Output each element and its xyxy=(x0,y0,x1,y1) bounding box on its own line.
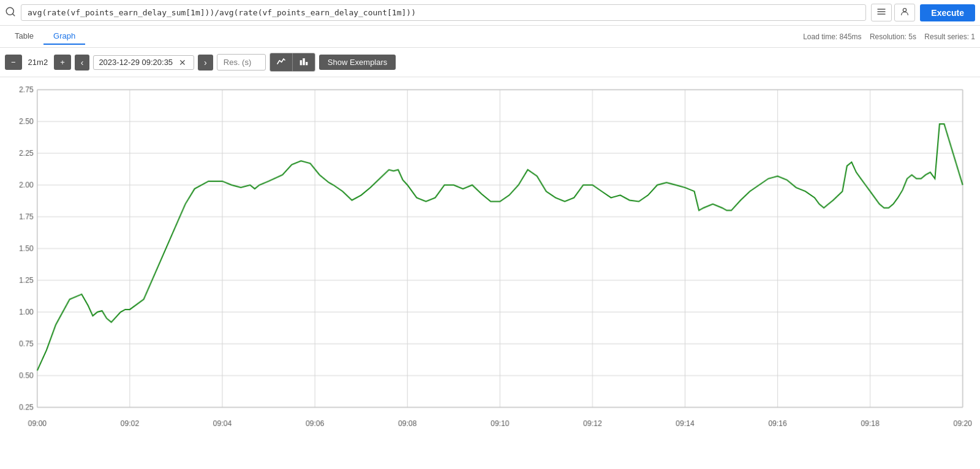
tab-graph[interactable]: Graph xyxy=(43,28,85,45)
top-bar: avg(rate(vf_points_earn_delay_sum[1m]))/… xyxy=(0,0,980,26)
tab-table[interactable]: Table xyxy=(5,28,43,45)
tabs-row: Table Graph Load time: 845ms Resolution:… xyxy=(0,26,980,48)
result-series: Result series: 1 xyxy=(924,32,975,41)
controls-row: − 21m2 + ‹ 2023-12-29 09:20:35 ✕ › Show … xyxy=(0,48,980,77)
chart-area xyxy=(5,77,975,432)
minus-button[interactable]: − xyxy=(5,55,22,70)
svg-point-5 xyxy=(903,9,907,12)
meta-info: Load time: 845ms Resolution: 5s Result s… xyxy=(803,32,975,41)
chart-type-buttons xyxy=(270,53,315,72)
datetime-value: 2023-12-29 09:20:35 xyxy=(99,58,173,67)
show-exemplars-button[interactable]: Show Exemplars xyxy=(319,55,396,70)
bar-chart-button[interactable] xyxy=(292,53,315,71)
svg-rect-8 xyxy=(306,62,307,65)
duration-display: 21m2 xyxy=(26,55,51,70)
line-chart-button[interactable] xyxy=(270,53,292,71)
history-button[interactable] xyxy=(871,4,892,21)
execute-button[interactable]: Execute xyxy=(920,4,975,21)
clear-datetime-button[interactable]: ✕ xyxy=(176,58,189,67)
prev-button[interactable]: ‹ xyxy=(75,55,90,71)
plus-button[interactable]: + xyxy=(54,55,71,70)
tabs: Table Graph xyxy=(5,28,85,45)
resolution-input[interactable] xyxy=(217,54,266,71)
svg-rect-6 xyxy=(300,61,302,65)
search-icon[interactable] xyxy=(5,6,16,20)
graph-canvas xyxy=(5,77,975,432)
query-input[interactable]: avg(rate(vf_points_earn_delay_sum[1m]))/… xyxy=(21,4,866,21)
svg-rect-7 xyxy=(303,58,304,65)
load-time: Load time: 845ms xyxy=(803,32,861,41)
resolution: Resolution: 5s xyxy=(870,32,916,41)
next-button[interactable]: › xyxy=(198,55,213,71)
account-button[interactable] xyxy=(894,4,915,21)
svg-line-1 xyxy=(12,13,14,15)
